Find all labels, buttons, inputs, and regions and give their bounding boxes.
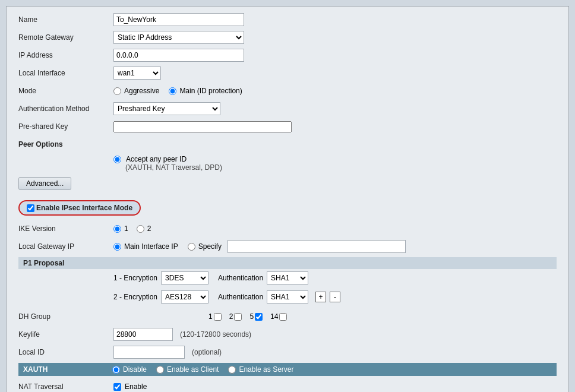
local-interface-select[interactable]: wan1 wan2 internal (113, 67, 161, 80)
proposal-1-auth-label: Authentication (218, 274, 263, 282)
local-id-input[interactable] (113, 346, 185, 359)
ike-v1-radio[interactable] (113, 225, 121, 233)
nat-traversal-checkbox[interactable] (113, 383, 121, 391)
xauth-disable-label: Disable (123, 365, 147, 374)
name-row: Name (18, 12, 557, 27)
mode-label: Mode (18, 87, 113, 95)
local-gw-specify-label: Specify (198, 242, 222, 251)
ip-address-row: IP Address (18, 48, 557, 62)
mode-row: Mode Aggressive Main (ID protection) (18, 84, 557, 98)
dh-group-label: DH Group (18, 312, 113, 321)
xauth-disable-option[interactable]: Disable (112, 365, 147, 374)
auth-method-control: Preshared Key Signature (113, 102, 220, 115)
dh-2-checkbox[interactable] (234, 313, 242, 321)
dh-14-option[interactable]: 14 (270, 312, 289, 321)
dh-5-option[interactable]: 5 (249, 312, 264, 321)
local-gw-label: Local Gateway IP (18, 242, 113, 251)
auth-method-select[interactable]: Preshared Key Signature (113, 102, 220, 115)
remote-gateway-row: Remote Gateway Static IP Address Dialup … (18, 30, 557, 45)
xauth-client-radio[interactable] (156, 366, 164, 374)
nat-traversal-label: NAT Traversal (18, 382, 113, 391)
mode-aggressive-option[interactable]: Aggressive (113, 87, 159, 95)
main-form: Name Remote Gateway Static IP Address Di… (6, 6, 569, 392)
xauth-header-label: XAUTH (23, 365, 112, 374)
proposal-2-enc-select[interactable]: AES128 3DES AES192 AES256 (161, 290, 208, 304)
local-gw-main-radio[interactable] (113, 243, 121, 251)
xauth-options: Disable Enable as Client Enable as Serve… (112, 365, 293, 374)
preshared-key-label: Pre-shared Key (18, 122, 113, 131)
advanced-button[interactable]: Advanced... (18, 177, 71, 190)
local-interface-row: Local Interface wan1 wan2 internal (18, 66, 557, 80)
keylife-control: (120-172800 seconds) (113, 328, 251, 341)
ike-v2-option[interactable]: 2 (137, 225, 151, 233)
enable-ipsec-checkbox[interactable] (27, 204, 34, 212)
mode-control: Aggressive Main (ID protection) (113, 87, 242, 95)
ike-v2-label: 2 (147, 225, 151, 233)
ike-v2-radio[interactable] (137, 225, 144, 233)
local-interface-label: Local Interface (18, 69, 113, 77)
p1-proposal-label: P1 Proposal (23, 259, 64, 267)
xauth-header: XAUTH Disable Enable as Client Enable as… (18, 363, 557, 376)
dh-14-value: 14 (270, 312, 278, 321)
local-gw-main-label: Main Interface IP (124, 242, 178, 251)
xauth-server-radio[interactable] (228, 366, 236, 374)
name-control (113, 13, 244, 26)
peer-options-label: Peer Options (18, 140, 113, 148)
preshared-key-input[interactable] (113, 121, 292, 132)
local-gw-control: Main Interface IP Specify (113, 240, 406, 253)
proposal-1-enc-select[interactable]: 3DES AES128 AES192 AES256 (161, 271, 208, 284)
accept-peer-label: Accept any peer ID (126, 155, 187, 163)
local-gw-specify-radio[interactable] (188, 243, 195, 251)
ike-v1-option[interactable]: 1 (113, 225, 128, 233)
local-gw-row: Local Gateway IP Main Interface IP Speci… (18, 239, 557, 254)
accept-peer-radio[interactable] (113, 156, 121, 163)
mode-main-label: Main (ID protection) (179, 87, 242, 95)
proposal-add-button[interactable]: + (315, 292, 326, 302)
ip-address-input[interactable] (113, 49, 244, 62)
mode-main-radio[interactable] (169, 87, 176, 95)
xauth-nat-dpd-label: (XAUTH, NAT Traversal, DPD) (125, 163, 557, 172)
dh-2-option[interactable]: 2 (229, 312, 244, 321)
name-label: Name (18, 15, 113, 24)
local-gw-main-option[interactable]: Main Interface IP (113, 242, 178, 251)
proposal-remove-button[interactable]: - (330, 292, 340, 302)
xauth-client-option[interactable]: Enable as Client (156, 365, 219, 374)
ike-version-row: IKE Version 1 2 (18, 222, 557, 236)
proposal-1-auth-select[interactable]: SHA1 MD5 (267, 271, 308, 284)
proposal-2-row: 2 - Encryption AES128 3DES AES192 AES256… (113, 290, 557, 306)
dh-14-checkbox[interactable] (279, 313, 287, 321)
proposal-2-auth-label: Authentication (218, 293, 263, 301)
xauth-disable-radio[interactable] (112, 366, 120, 374)
ipsec-interface-container: Enable IPsec Interface Mode (18, 198, 141, 218)
dh-5-checkbox[interactable] (255, 313, 263, 321)
keylife-input[interactable] (113, 328, 173, 341)
enable-ipsec-label: Enable IPsec Interface Mode (36, 204, 132, 212)
dh-2-value: 2 (229, 312, 233, 321)
peer-options-section: Accept any peer ID (XAUTH, NAT Traversal… (113, 155, 557, 172)
mode-main-option[interactable]: Main (ID protection) (169, 87, 242, 95)
dh-group-control: 1 2 5 14 (208, 312, 289, 321)
ipsec-interface-row: Enable IPsec Interface Mode (18, 200, 141, 216)
keylife-row: Keylife (120-172800 seconds) (18, 327, 557, 342)
local-gw-specify-option[interactable]: Specify (188, 242, 222, 251)
accept-peer-row: Accept any peer ID (113, 155, 557, 163)
proposal-1-content: 1 - Encryption 3DES AES128 AES192 AES256… (113, 271, 308, 284)
proposal-2-auth-select[interactable]: SHA1 MD5 (267, 290, 308, 304)
preshared-key-row: Pre-shared Key (18, 119, 557, 134)
nat-traversal-enable-label: Enable (125, 382, 147, 391)
dh-5-value: 5 (249, 312, 254, 321)
auth-method-row: Authentication Method Preshared Key Sign… (18, 102, 557, 116)
xauth-server-option[interactable]: Enable as Server (228, 365, 293, 374)
remote-gateway-control: Static IP Address Dialup User Dynamic DN… (113, 31, 244, 44)
remote-gateway-select[interactable]: Static IP Address Dialup User Dynamic DN… (113, 31, 244, 44)
local-gw-specify-input[interactable] (228, 240, 406, 253)
dh-1-option[interactable]: 1 (208, 312, 223, 321)
dh-1-checkbox[interactable] (214, 313, 222, 321)
dh-1-value: 1 (208, 312, 213, 321)
proposal-2-label: 2 - Encryption (113, 293, 157, 301)
nat-traversal-option[interactable]: Enable (113, 382, 147, 391)
ip-address-label: IP Address (18, 51, 113, 59)
name-input[interactable] (113, 13, 244, 26)
proposal-1-label: 1 - Encryption (113, 274, 157, 282)
mode-aggressive-radio[interactable] (113, 87, 121, 95)
